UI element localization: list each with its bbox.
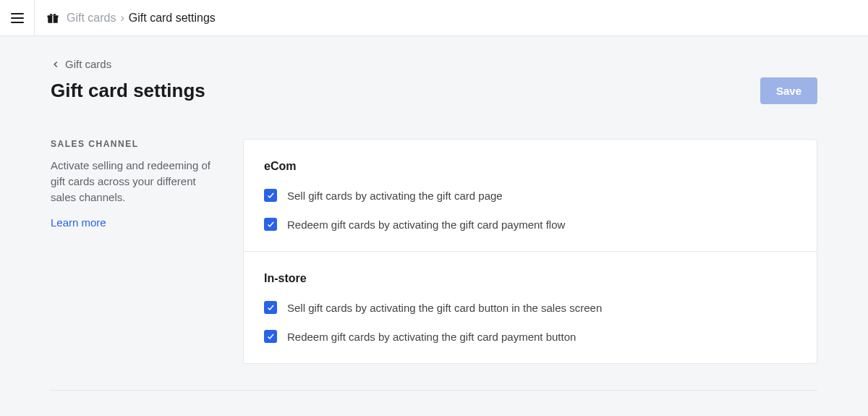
instore-title: In-store — [264, 272, 796, 285]
settings-card: eCom Sell gift cards by activating the g… — [243, 139, 817, 364]
back-link-label: Gift cards — [65, 58, 111, 70]
svg-rect-2 — [52, 15, 54, 23]
back-link[interactable]: Gift cards — [51, 58, 111, 70]
divider — [51, 390, 817, 391]
ecom-redeem-checkbox-row[interactable]: Redeem gift cards by activating the gift… — [264, 218, 796, 231]
checkbox-checked-icon — [264, 218, 277, 231]
checkbox-checked-icon — [264, 330, 277, 343]
instore-redeem-checkbox-row[interactable]: Redeem gift cards by activating the gift… — [264, 330, 796, 343]
instore-sell-label: Sell gift cards by activating the gift c… — [287, 302, 602, 314]
checkbox-checked-icon — [264, 301, 277, 314]
menu-button[interactable] — [0, 0, 35, 36]
learn-more-link[interactable]: Learn more — [51, 216, 106, 229]
chevron-left-icon — [51, 59, 61, 69]
section-description: Activate selling and redeeming of gift c… — [51, 158, 217, 205]
section-sidebar: Sales Channel Activate selling and redee… — [51, 139, 217, 364]
ecom-title: eCom — [264, 160, 796, 173]
ecom-section: eCom Sell gift cards by activating the g… — [244, 140, 817, 251]
save-button[interactable]: Save — [760, 77, 817, 104]
ecom-sell-checkbox-row[interactable]: Sell gift cards by activating the gift c… — [264, 189, 796, 202]
instore-section: In-store Sell gift cards by activating t… — [244, 251, 817, 363]
ecom-sell-label: Sell gift cards by activating the gift c… — [287, 190, 503, 202]
section-label: Sales Channel — [51, 139, 217, 149]
chevron-right-icon: › — [120, 12, 124, 25]
top-bar: Gift cards › Gift card settings — [0, 0, 868, 36]
hamburger-icon — [11, 13, 24, 23]
gift-icon — [46, 12, 59, 25]
page-content: Gift cards Gift card settings Save Sales… — [51, 36, 817, 364]
title-row: Gift card settings Save — [51, 77, 817, 104]
page-title: Gift card settings — [51, 80, 205, 102]
breadcrumb-root[interactable]: Gift cards — [67, 12, 116, 25]
checkbox-checked-icon — [264, 189, 277, 202]
ecom-redeem-label: Redeem gift cards by activating the gift… — [287, 218, 565, 231]
breadcrumb: Gift cards › Gift card settings — [35, 12, 216, 25]
breadcrumb-current: Gift card settings — [129, 12, 216, 25]
instore-sell-checkbox-row[interactable]: Sell gift cards by activating the gift c… — [264, 301, 796, 314]
instore-redeem-label: Redeem gift cards by activating the gift… — [287, 331, 576, 343]
content-row: Sales Channel Activate selling and redee… — [51, 139, 817, 364]
